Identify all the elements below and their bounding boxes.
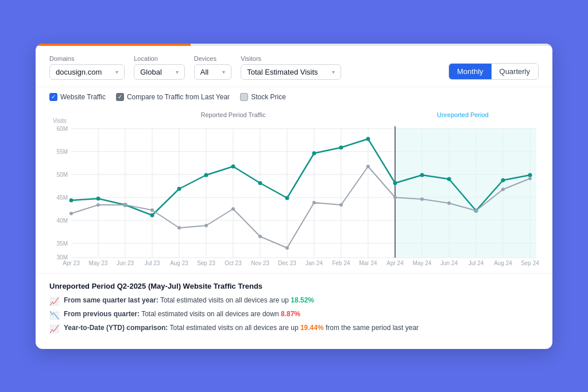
summary-highlight-1: 18.52%	[291, 296, 314, 304]
monthly-button[interactable]: Monthly	[449, 64, 492, 79]
unreported-shading	[395, 129, 536, 258]
svg-point-35	[366, 137, 370, 141]
svg-point-25	[96, 196, 100, 200]
summary-prefix-1: From same quarter last year:	[64, 296, 158, 304]
svg-text:Oct 23: Oct 23	[225, 260, 242, 266]
svg-point-55	[420, 197, 424, 201]
compare-traffic-checkbox[interactable]: ✓	[116, 93, 124, 101]
location-label: Location	[134, 55, 185, 62]
visitors-chevron-icon: ▾	[332, 69, 335, 75]
legend-website-traffic-label: Website Traffic	[60, 93, 106, 101]
svg-text:May 23: May 23	[89, 260, 108, 266]
devices-select[interactable]: All ▾	[194, 64, 231, 80]
summary-item-2: 📉 From previous quarter: Total estimated…	[49, 310, 539, 320]
location-select[interactable]: Global ▾	[134, 64, 185, 80]
svg-point-44	[123, 203, 127, 207]
quarterly-button[interactable]: Quarterly	[492, 64, 538, 79]
chart-area: 60M 55M 50M 45M 40M 35M 30M Visits	[36, 106, 552, 273]
y-label-55m: 55M	[57, 149, 68, 155]
svg-text:Sep 23: Sep 23	[197, 260, 215, 266]
legend-website-traffic[interactable]: ✓ Website Traffic	[49, 93, 106, 101]
svg-point-45	[150, 208, 154, 212]
location-chevron-icon: ▾	[176, 69, 179, 75]
svg-text:Feb 24: Feb 24	[332, 260, 350, 266]
svg-point-56	[447, 201, 451, 205]
summary-title: Unreported Period Q2-2025 (May-Jul) Webs…	[49, 282, 539, 290]
svg-point-27	[150, 213, 154, 217]
summary-text-1: From same quarter last year: Total estim…	[64, 296, 314, 304]
svg-point-36	[393, 181, 397, 185]
summary-section: Unreported Period Q2-2025 (May-Jul) Webs…	[36, 273, 552, 349]
svg-point-52	[339, 203, 343, 207]
domains-select[interactable]: docusign.com ▾	[49, 64, 125, 80]
svg-point-58	[501, 188, 505, 191]
svg-point-40	[501, 178, 505, 182]
svg-point-57	[474, 209, 478, 212]
summary-icon-2: 📉	[49, 311, 59, 320]
location-value: Global	[140, 68, 162, 76]
summary-icon-3: 📈	[49, 324, 59, 333]
devices-filter: Devices All ▾	[194, 55, 231, 80]
x-axis-labels: Apr 23 May 23 Jun 23 Jul 23 Aug 23 Sep 2…	[63, 260, 539, 266]
summary-text-3: Year-to-Date (YTD) comparison: Total est…	[64, 324, 419, 332]
legend-stock-price[interactable]: Stock Price	[240, 93, 286, 101]
chart-svg: 60M 55M 50M 45M 40M 35M 30M Visits	[49, 106, 539, 266]
svg-point-31	[258, 181, 262, 185]
svg-point-37	[420, 173, 424, 177]
visitors-select[interactable]: Total Estimated Visits ▾	[241, 64, 341, 80]
legend-compare-traffic-label: Compare to Traffic from Last Year	[127, 93, 230, 101]
visitors-value: Total Estimated Visits	[247, 68, 318, 76]
main-card: Domains docusign.com ▾ Location Global ▾…	[36, 44, 552, 349]
y-label-45m: 45M	[57, 195, 68, 201]
stock-price-checkbox[interactable]	[240, 93, 248, 101]
svg-point-49	[258, 235, 262, 238]
chart-container: 60M 55M 50M 45M 40M 35M 30M Visits	[49, 106, 539, 266]
svg-text:Nov 23: Nov 23	[251, 260, 269, 266]
visitors-label: Visitors	[241, 55, 341, 62]
svg-text:Aug 24: Aug 24	[494, 260, 512, 266]
svg-text:Jun 24: Jun 24	[440, 260, 458, 266]
y-label-60m: 60M	[57, 126, 68, 132]
svg-text:Jul 23: Jul 23	[145, 260, 160, 266]
filters-section: Domains docusign.com ▾ Location Global ▾…	[36, 46, 552, 87]
legend-compare-traffic[interactable]: ✓ Compare to Traffic from Last Year	[116, 93, 230, 101]
svg-point-24	[69, 198, 74, 202]
y-label-50m: 50M	[57, 172, 68, 178]
legend-stock-price-label: Stock Price	[251, 93, 286, 101]
visitors-filter: Visitors Total Estimated Visits ▾	[241, 55, 341, 80]
svg-point-28	[177, 187, 181, 191]
unreported-period-label: Unreported Period	[437, 111, 489, 118]
svg-point-47	[204, 224, 208, 227]
svg-point-41	[528, 173, 532, 177]
location-filter: Location Global ▾	[134, 55, 185, 80]
devices-label: Devices	[194, 55, 231, 62]
summary-icon-1: 📈	[49, 297, 59, 306]
svg-point-51	[312, 201, 316, 204]
svg-point-29	[204, 173, 208, 177]
summary-highlight-2: 8.87%	[281, 310, 300, 318]
domains-chevron-icon: ▾	[115, 69, 118, 75]
summary-prefix-3: Year-to-Date (YTD) comparison:	[64, 324, 168, 332]
svg-text:Jul 24: Jul 24	[469, 260, 484, 266]
legend-row: ✓ Website Traffic ✓ Compare to Traffic f…	[36, 87, 552, 103]
domains-label: Domains	[49, 55, 125, 62]
svg-text:Jun 23: Jun 23	[117, 260, 134, 266]
summary-text-2: From previous quarter: Total estimated v…	[64, 310, 300, 318]
svg-point-59	[528, 177, 532, 180]
svg-point-50	[285, 246, 289, 250]
svg-text:Dec 23: Dec 23	[278, 260, 296, 266]
svg-point-48	[231, 207, 235, 211]
y-label-40m: 40M	[57, 218, 68, 224]
svg-text:Aug 23: Aug 23	[170, 260, 188, 266]
svg-point-43	[96, 203, 100, 207]
svg-text:Sep 24: Sep 24	[521, 260, 539, 266]
svg-point-54	[393, 196, 397, 199]
y-label-35m: 35M	[57, 240, 68, 247]
visits-axis-label: Visits	[53, 118, 67, 124]
svg-point-46	[177, 226, 181, 230]
svg-point-38	[447, 177, 451, 181]
reported-period-label: Reported Period Traffic	[201, 111, 266, 118]
svg-text:Mar 24: Mar 24	[359, 260, 377, 266]
website-traffic-checkbox[interactable]: ✓	[49, 93, 57, 101]
svg-text:May 24: May 24	[413, 260, 432, 266]
